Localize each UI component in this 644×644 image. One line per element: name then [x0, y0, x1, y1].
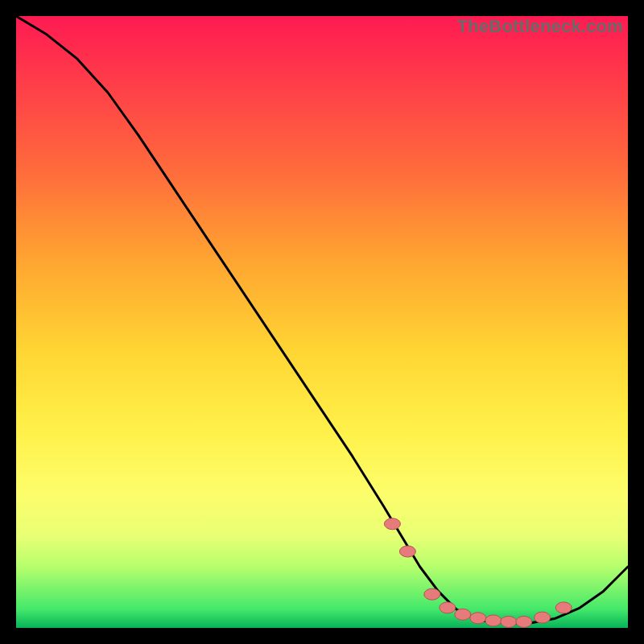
highlight-dot	[424, 588, 440, 600]
bottleneck-curve-line	[16, 16, 628, 623]
highlight-dot	[555, 602, 572, 613]
watermark-text: TheBottleneck.com	[457, 16, 623, 37]
highlight-dot	[384, 518, 400, 530]
highlight-dot	[516, 616, 532, 627]
chart-frame: TheBottleneck.com	[16, 16, 628, 628]
highlight-dot	[535, 612, 551, 623]
bottleneck-curve-plot	[16, 16, 628, 628]
highlight-dot	[440, 602, 456, 613]
highlight-dot	[485, 615, 502, 626]
highlight-markers	[384, 518, 572, 628]
highlight-dot	[470, 613, 486, 624]
highlight-dot	[399, 546, 415, 557]
highlight-dot	[455, 609, 471, 620]
highlight-dot	[501, 616, 517, 627]
